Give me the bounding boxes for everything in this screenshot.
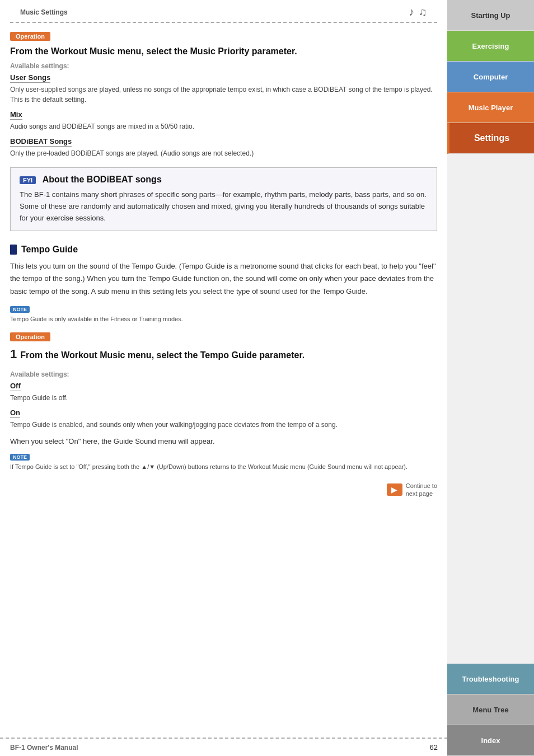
setting-desc-bodibeat: Only the pre-loaded BODiBEAT songs are p… <box>10 148 437 158</box>
continue-wrapper: ▶ Continue to next page <box>10 482 437 498</box>
sidebar-item-index[interactable]: Index <box>447 725 534 756</box>
setting-desc-mix: Audio songs and BODiBEAT songs are mixed… <box>10 121 437 132</box>
continue-icon: ▶ <box>387 483 402 496</box>
tempo-guide-section: Tempo Guide This lets you turn on the so… <box>10 245 437 323</box>
page-title: Music Settings <box>20 8 68 16</box>
setting-title-user-songs: User Songs <box>10 73 50 83</box>
setting-desc-off: Tempo Guide is off. <box>10 393 437 403</box>
music-icon-1: ♪ <box>409 6 414 18</box>
note-text-1: Tempo Guide is only available in the Fit… <box>10 314 437 324</box>
operation-badge-2: Operation <box>10 332 50 341</box>
note-text-2: If Tempo Guide is set to "Off," pressing… <box>10 462 437 472</box>
footer-page: 62 <box>430 743 438 752</box>
section-bar-icon <box>10 245 17 255</box>
sidebar-label-settings: Settings <box>474 133 509 143</box>
fyi-box: FYI About the BODiBEAT songs The BF-1 co… <box>10 167 437 231</box>
note-badge-2: NOTE <box>10 454 30 461</box>
operation-section-2: Operation 1 From the Workout Music menu,… <box>10 332 437 497</box>
operation2-heading: From the Workout Music menu, select the … <box>20 350 305 360</box>
tempo-guide-heading-text: Tempo Guide <box>21 245 78 255</box>
sidebar-label-computer: Computer <box>474 73 508 81</box>
fyi-content: The BF-1 contains many short phrases of … <box>20 189 428 224</box>
operation-badge-1: Operation <box>10 32 50 41</box>
sidebar-item-starting-up[interactable]: Starting Up <box>447 0 534 31</box>
setting-title-mix: Mix <box>10 110 22 120</box>
sidebar-label-starting-up: Starting Up <box>471 11 510 20</box>
sidebar-label-index: Index <box>481 736 500 745</box>
settings-list-1: User Songs Only user-supplied songs are … <box>10 73 437 158</box>
setting-mix: Mix Audio songs and BODiBEAT songs are m… <box>10 110 437 132</box>
sidebar-item-exercising[interactable]: Exercising <box>447 31 534 62</box>
header-icons: ♪ ♫ <box>409 6 427 18</box>
tempo-guide-desc: This lets you turn on the sound of the T… <box>10 260 437 297</box>
sidebar-item-troubleshooting[interactable]: Troubleshooting <box>447 664 534 694</box>
sidebar-label-troubleshooting: Troubleshooting <box>462 675 519 683</box>
page-footer: BF-1 Owner's Manual 62 <box>0 738 448 756</box>
note-badge-1: NOTE <box>10 306 30 313</box>
setting-title-bodibeat: BODiBEAT Songs <box>10 137 72 147</box>
operation1-heading: From the Workout Music menu, select the … <box>10 46 437 57</box>
available-settings-label-1: Available settings: <box>10 62 437 70</box>
step-number: 1 <box>10 347 17 361</box>
continue-text: Continue to next page <box>406 482 437 498</box>
setting-title-on: On <box>10 408 20 418</box>
when-on-text: When you select "On" here, the Guide Sou… <box>10 435 437 448</box>
sidebar-item-menu-tree[interactable]: Menu Tree <box>447 694 534 725</box>
sidebar-item-settings[interactable]: Settings <box>447 123 534 154</box>
sidebar-spacer <box>447 154 534 664</box>
setting-on: On Tempo Guide is enabled, and sounds on… <box>10 408 437 430</box>
settings-list-2: Off Tempo Guide is off. On Tempo Guide i… <box>10 382 437 430</box>
setting-title-off: Off <box>10 382 21 391</box>
sidebar-item-music-player[interactable]: Music Player <box>447 92 534 123</box>
setting-bodibeat-songs: BODiBEAT Songs Only the pre-loaded BODiB… <box>10 137 437 158</box>
operation-section-1: Operation From the Workout Music menu, s… <box>10 32 437 158</box>
footer-title: BF-1 Owner's Manual <box>10 744 78 752</box>
setting-desc-user-songs: Only user-supplied songs are played, unl… <box>10 84 437 105</box>
tempo-guide-heading: Tempo Guide <box>10 245 437 255</box>
setting-desc-on: Tempo Guide is enabled, and sounds only … <box>10 420 437 430</box>
operation2-note: NOTE If Tempo Guide is set to "Off," pre… <box>10 452 437 472</box>
sidebar-label-music-player: Music Player <box>469 104 513 112</box>
sidebar-label-menu-tree: Menu Tree <box>472 706 508 714</box>
tempo-guide-note: NOTE Tempo Guide is only available in th… <box>10 304 437 324</box>
sidebar: Starting Up Exercising Computer Music Pl… <box>447 0 534 756</box>
fyi-badge: FYI <box>20 176 36 184</box>
setting-off: Off Tempo Guide is off. <box>10 382 437 403</box>
music-icon-2: ♫ <box>419 6 427 18</box>
setting-user-songs: User Songs Only user-supplied songs are … <box>10 73 437 105</box>
sidebar-label-exercising: Exercising <box>472 42 509 50</box>
available-settings-label-2: Available settings: <box>10 370 437 378</box>
page-header: Music Settings ♪ ♫ <box>10 0 437 23</box>
fyi-title: About the BODiBEAT songs <box>43 175 162 184</box>
sidebar-item-computer[interactable]: Computer <box>447 62 534 92</box>
